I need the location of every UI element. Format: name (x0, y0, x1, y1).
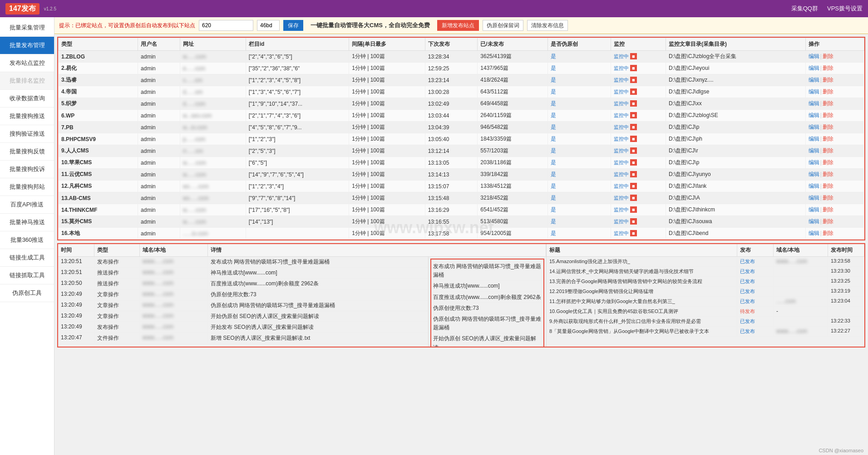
cell-url: w...seo.com (180, 110, 246, 122)
pub-status: 已发布 (737, 317, 774, 326)
sidebar-item-360[interactable]: 批量360推送 (0, 231, 54, 249)
stop-button[interactable]: ■ (630, 171, 637, 177)
cell-cats: ["9","7","6","8","14"] (246, 192, 349, 204)
stop-button[interactable]: ■ (630, 53, 637, 59)
edit-link[interactable]: 编辑 (809, 136, 819, 142)
sidebar-item-sogou-push[interactable]: 批量搜狗推送 (0, 108, 54, 125)
del-link[interactable]: 删除 (823, 147, 833, 154)
pub-col-domain: 域名/本地 (774, 244, 828, 256)
edit-link[interactable]: 编辑 (809, 230, 819, 236)
del-link[interactable]: 删除 (823, 124, 833, 130)
del-link[interactable]: 删除 (823, 100, 833, 107)
edit-link[interactable]: 编辑 (809, 218, 819, 225)
stop-button[interactable]: ■ (630, 124, 637, 130)
del-link[interactable]: 删除 (823, 159, 833, 166)
sidebar-item-baidu-api[interactable]: 百度API推送 (0, 196, 54, 214)
fake-save-button[interactable]: 伪原创保留词 (483, 20, 523, 31)
stop-button[interactable]: ■ (630, 206, 637, 213)
cell-type: 16.本地 (59, 228, 138, 240)
stop-button[interactable]: ■ (630, 195, 637, 201)
cell-url: w...io.com (180, 122, 246, 133)
del-link[interactable]: 删除 (823, 183, 833, 189)
del-link[interactable]: 删除 (823, 88, 833, 95)
sidebar-item-monitor[interactable]: 发布站点监控 (0, 54, 54, 72)
log-domain: www......com (140, 333, 208, 343)
cell-cats: ["14","13"] (246, 216, 349, 228)
stop-button[interactable]: ■ (630, 159, 637, 166)
token-input2[interactable] (257, 20, 280, 31)
stop-button[interactable]: ■ (630, 112, 637, 118)
stop-button[interactable]: ■ (630, 136, 637, 142)
sidebar-item-collect[interactable]: 批量采集管理 (0, 19, 54, 37)
table-row: 1.ZBLOG admin w......com ["2","4","3","6… (59, 51, 864, 63)
cell-interval: 1分钟 | 100篇 (349, 228, 425, 240)
edit-link[interactable]: 编辑 (809, 77, 819, 83)
cell-next: 13:13:05 (425, 157, 478, 169)
del-link[interactable]: 删除 (823, 195, 833, 201)
del-link[interactable]: 删除 (823, 77, 833, 83)
edit-link[interactable]: 编辑 (809, 65, 819, 71)
sidebar-item-link-gen[interactable]: 链接生成工具 (0, 249, 54, 267)
new-site-button[interactable]: 新增发布站点 (437, 20, 479, 31)
log-type: 发布操作 (94, 322, 140, 333)
vps-settings-link[interactable]: VPS拨号设置 (827, 5, 863, 13)
del-link[interactable]: 删除 (823, 218, 833, 225)
clear-button[interactable]: 清除发布信息 (527, 20, 568, 31)
edit-link[interactable]: 编辑 (809, 159, 819, 166)
edit-link[interactable]: 编辑 (809, 100, 819, 107)
del-link[interactable]: 删除 (823, 65, 833, 71)
del-link[interactable]: 删除 (823, 206, 833, 213)
cell-cats: ["2","5","3"] (246, 145, 349, 157)
sidebar-item-fake[interactable]: 伪原创工具 (0, 284, 54, 302)
sidebar-item-publish[interactable]: 批量发布管理 (0, 37, 54, 54)
sidebar-item-index[interactable]: 收录数据查询 (0, 90, 54, 108)
save-button[interactable]: 保存 (283, 20, 303, 31)
del-link[interactable]: 删除 (823, 112, 833, 118)
log-detail-box[interactable]: 发布成功 网络营销的吸睛坏习惯_搜寻量难题漏桶神马推送成功[www......c… (430, 259, 544, 347)
sidebar-item-sogou-complain[interactable]: 批量搜狗投诉 (0, 161, 54, 178)
pub-domain: ......com (774, 297, 828, 306)
sidebar-item-link-fetch[interactable]: 链接抓取工具 (0, 267, 54, 284)
del-link[interactable]: 删除 (823, 230, 833, 236)
token-input[interactable] (199, 20, 253, 31)
stop-button[interactable]: ■ (630, 218, 637, 225)
stop-button[interactable]: ■ (630, 147, 637, 154)
sidebar-item-sogou-feedback[interactable]: 批量搜狗反馈 (0, 143, 54, 161)
edit-link[interactable]: 编辑 (809, 171, 819, 177)
edit-link[interactable]: 编辑 (809, 88, 819, 95)
stop-button[interactable]: ■ (630, 65, 637, 71)
edit-link[interactable]: 编辑 (809, 112, 819, 118)
stop-button[interactable]: ■ (630, 230, 637, 236)
del-link[interactable]: 删除 (823, 171, 833, 177)
del-link[interactable]: 删除 (823, 53, 833, 59)
edit-link[interactable]: 编辑 (809, 124, 819, 130)
cell-type: 2.易化 (59, 63, 138, 74)
edit-link[interactable]: 编辑 (809, 147, 819, 154)
header-right: 采集QQ群 VPS拨号设置 (791, 5, 863, 13)
stop-button[interactable]: ■ (630, 100, 637, 107)
stop-button[interactable]: ■ (630, 77, 637, 83)
pub-title: 8「莫量最Google网络营销」从Google中翻译中文网站早已被收录于文本 (547, 327, 737, 336)
edit-link[interactable]: 编辑 (809, 195, 819, 201)
cell-next: 13:28:34 (425, 51, 478, 63)
cell-ops: 编辑|删除 (805, 110, 864, 122)
cell-url: rr......om (180, 145, 246, 157)
sidebar-item-sogou-verify[interactable]: 搜狗验证推送 (0, 125, 54, 143)
cell-fake: 是 (548, 110, 611, 122)
qq-group-link[interactable]: 采集QQ群 (791, 5, 818, 13)
edit-link[interactable]: 编辑 (809, 53, 819, 59)
cell-published: 649/4458篇 (478, 98, 548, 110)
edit-link[interactable]: 编辑 (809, 206, 819, 213)
cell-fake: 是 (548, 181, 611, 192)
table-row: 5.织梦 admin d......com ["1","9","10","14"… (59, 98, 864, 110)
edit-link[interactable]: 编辑 (809, 183, 819, 189)
stop-button[interactable]: ■ (630, 183, 637, 189)
cell-user: admin (138, 204, 180, 216)
sidebar-item-sogou-bind[interactable]: 批量搜狗邦站 (0, 178, 54, 196)
cell-type: 6.WP (59, 110, 138, 122)
cell-next: 13:17:58 (425, 228, 478, 240)
cell-dir: D:\盘图\CJ\zblog全平台采集 (666, 51, 805, 63)
sidebar-item-shenma[interactable]: 批量神马推送 (0, 214, 54, 231)
del-link[interactable]: 删除 (823, 136, 833, 142)
stop-button[interactable]: ■ (630, 88, 637, 95)
